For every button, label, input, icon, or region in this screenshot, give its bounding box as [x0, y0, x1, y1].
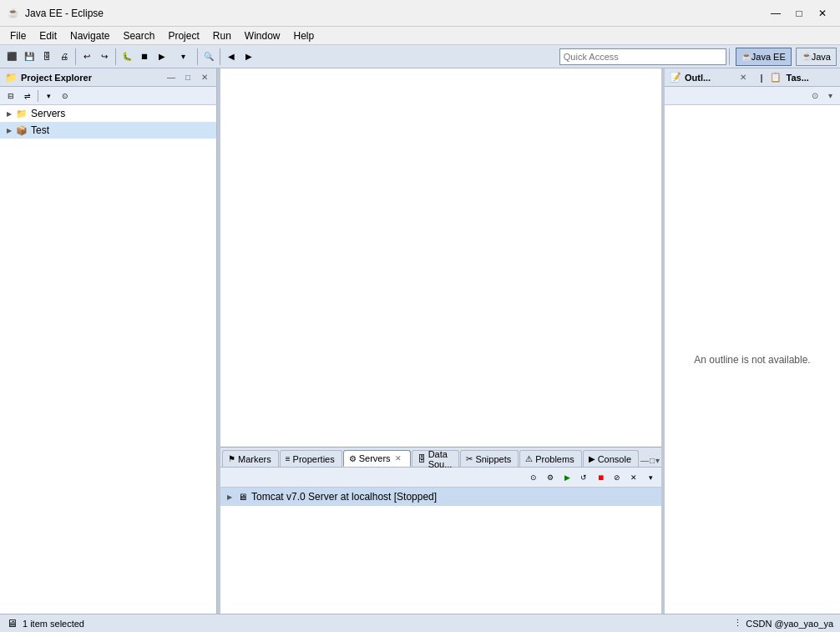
status-bar: 🖥 1 item selected ⋮ CSDN @yao_yao_ya — [0, 614, 840, 632]
project-tree: ▶ 📁 Servers ▶ 📦 Test — [0, 105, 216, 614]
outline-toolbar-btn1[interactable]: ⊙ — [808, 89, 822, 103]
close-panel-btn[interactable]: ✕ — [198, 71, 211, 84]
servers-arrow: ▶ — [3, 108, 15, 119]
bottom-toolbar: ⊙ ⚙ ▶ ↺ ⏹ ⊘ ✕ ▾ — [220, 468, 661, 488]
status-icon: 🖥 — [7, 617, 18, 629]
tab-problems[interactable]: ⚠ Problems — [519, 450, 581, 467]
stop-server-btn[interactable]: ⏹ — [593, 470, 608, 485]
servers-label: Servers — [31, 108, 65, 119]
project-explorer-header: 📁 Project Explorer — □ ✕ — [0, 68, 216, 87]
navigate-back[interactable]: ◀ — [223, 48, 240, 65]
bottom-minimize-btn[interactable]: — — [640, 453, 649, 467]
project-explorer-title: Project Explorer — [21, 73, 161, 83]
bottom-viewmenu2-btn[interactable]: ▾ — [643, 470, 658, 485]
tasks-separator: | — [760, 73, 762, 83]
filter-btn[interactable]: ⊙ — [58, 88, 73, 104]
javaee-icon: ☕ — [741, 52, 751, 61]
servers-tab-icon: ⚙ — [349, 454, 357, 463]
toolbar-icon-btn-5[interactable]: ✕ — [626, 470, 641, 485]
problems-label: Problems — [535, 454, 574, 464]
server-tomcat-item[interactable]: ▶ 🖥 Tomcat v7.0 Server at localhost [Sto… — [220, 488, 661, 506]
save-all-button[interactable]: 🗄 — [38, 48, 55, 65]
save-button[interactable]: 💾 — [21, 48, 38, 65]
tree-item-servers[interactable]: ▶ 📁 Servers — [0, 105, 216, 122]
status-credit: CSDN @yao_yao_ya — [746, 619, 833, 629]
tomcat-icon: 🖥 — [235, 490, 249, 503]
servers-tab-label: Servers — [359, 453, 391, 463]
quick-access-input[interactable] — [559, 48, 726, 65]
menu-bar: File Edit Navigate Search Project Run Wi… — [0, 27, 840, 45]
tab-properties[interactable]: ≡ Properties — [280, 450, 342, 467]
perspective-javaee[interactable]: ☕ Java EE — [736, 48, 792, 66]
link-editor-btn[interactable]: ⇌ — [20, 88, 35, 104]
tab-datasource[interactable]: 🗄 Data Sou... — [412, 450, 460, 467]
bottom-section: ⚑ Markers ≡ Properties ⚙ Servers ✕ 🗄 Dat… — [220, 447, 661, 614]
menu-edit[interactable]: Edit — [33, 28, 63, 43]
separator-1 — [75, 48, 76, 65]
separator-4 — [220, 48, 220, 65]
run-button[interactable]: ▶ — [154, 48, 170, 65]
navigate-forward[interactable]: ▶ — [240, 48, 257, 65]
menu-help[interactable]: Help — [287, 28, 321, 43]
toolbar-icon-btn-3[interactable]: ↺ — [576, 470, 591, 485]
menu-run[interactable]: Run — [206, 28, 238, 43]
search-button[interactable]: 🔍 — [200, 48, 217, 65]
markers-label: Markers — [238, 454, 271, 464]
bottom-viewmenu-btn[interactable]: ▾ — [655, 453, 660, 467]
toolbar-area: ⬛ 💾 🗄 🖨 ↩ ↪ 🐛 ⏹ ▶ ▾ 🔍 ◀ ▶ ☕ Java EE ☕ Ja… — [0, 45, 840, 68]
menu-project[interactable]: Project — [161, 28, 205, 43]
run-dropdown[interactable]: ▾ — [171, 48, 195, 65]
bottom-maximize-btn[interactable]: □ — [650, 453, 655, 467]
outline-viewmenu-btn[interactable]: ▾ — [823, 89, 837, 103]
outline-close-btn[interactable]: ✕ — [736, 71, 750, 84]
collapse-all-btn[interactable]: ⊟ — [3, 88, 18, 104]
tab-console[interactable]: ▶ Console — [583, 450, 639, 467]
java-icon: ☕ — [802, 52, 812, 61]
view-menu-btn[interactable]: ▾ — [41, 88, 56, 104]
menu-navigate[interactable]: Navigate — [63, 28, 116, 43]
servers-tab-close[interactable]: ✕ — [393, 453, 403, 463]
undo-button[interactable]: ↩ — [78, 48, 95, 65]
run-stop-button[interactable]: ⏹ — [136, 48, 153, 65]
tab-markers[interactable]: ⚑ Markers — [222, 450, 279, 467]
tab-servers[interactable]: ⚙ Servers ✕ — [343, 450, 411, 467]
print-button[interactable]: 🖨 — [56, 48, 73, 65]
test-project-icon: 📦 — [15, 124, 28, 137]
outline-title: Outl... — [685, 73, 733, 83]
servers-content: ▶ 🖥 Tomcat v7.0 Server at localhost [Sto… — [220, 488, 661, 614]
status-text: 1 item selected — [23, 619, 84, 629]
snippets-label: Snippets — [475, 454, 511, 464]
tab-snippets[interactable]: ✂ Snippets — [460, 450, 519, 467]
title-bar: ☕ Java EE - Eclipse — □ ✕ — [0, 0, 840, 27]
menu-window[interactable]: Window — [238, 28, 287, 43]
outline-icon: 📝 — [670, 72, 681, 83]
toolbar-icon-btn-4[interactable]: ⊘ — [610, 470, 625, 485]
perspective-java[interactable]: ☕ Java — [796, 48, 837, 66]
start-server-btn[interactable]: ▶ — [559, 470, 574, 485]
servers-folder-icon: 📁 — [15, 107, 28, 120]
menu-search[interactable]: Search — [116, 28, 161, 43]
toolbar-icon-btn-1[interactable]: ⊙ — [526, 470, 541, 485]
editor-area[interactable] — [220, 68, 661, 447]
run-debug-button[interactable]: 🐛 — [119, 48, 135, 65]
status-left: 🖥 1 item selected — [7, 617, 84, 629]
minimize-panel-btn[interactable]: — — [164, 71, 178, 84]
close-button[interactable]: ✕ — [812, 5, 833, 22]
tasks-title: Tas... — [787, 73, 835, 83]
app-icon: ☕ — [7, 7, 20, 20]
toolbar-icon-btn-2[interactable]: ⚙ — [543, 470, 558, 485]
status-right: ⋮ CSDN @yao_yao_ya — [733, 618, 833, 629]
minimize-button[interactable]: — — [765, 5, 787, 22]
menu-file[interactable]: File — [3, 28, 33, 43]
tree-item-test[interactable]: ▶ 📦 Test — [0, 122, 216, 139]
separator-2 — [115, 48, 116, 65]
maximize-panel-btn[interactable]: □ — [181, 71, 195, 84]
project-explorer-icon: 📁 — [5, 72, 18, 83]
maximize-button[interactable]: □ — [788, 5, 810, 22]
bottom-tab-bar: ⚑ Markers ≡ Properties ⚙ Servers ✕ 🗄 Dat… — [220, 447, 661, 468]
outline-panel: 📝 Outl... ✕ | 📋 Tas... ⊙ ▾ An outline is… — [665, 68, 840, 614]
redo-button[interactable]: ↪ — [96, 48, 113, 65]
test-label: Test — [31, 124, 49, 136]
toolbar-row-1: ⬛ 💾 🗄 🖨 ↩ ↪ 🐛 ⏹ ▶ ▾ 🔍 ◀ ▶ ☕ Java EE ☕ Ja… — [0, 45, 840, 68]
new-button[interactable]: ⬛ — [3, 48, 20, 65]
